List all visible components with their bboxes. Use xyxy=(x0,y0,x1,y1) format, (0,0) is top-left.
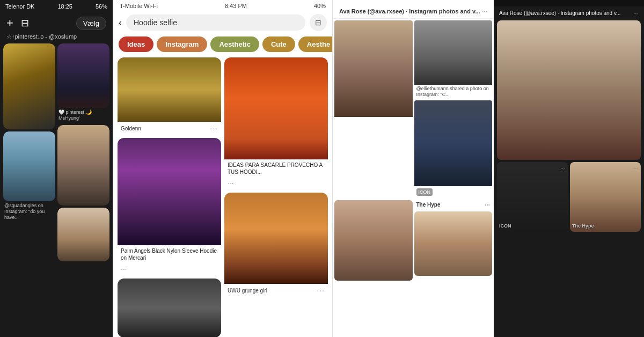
ig-icon-label: ICON xyxy=(416,188,433,196)
ig-account-name: Ava Rose (@ava.rxsee) · Instagram photos… xyxy=(339,8,480,14)
ig-img-dark2 xyxy=(414,100,493,186)
dots-menu-orange[interactable]: ··· xyxy=(228,179,234,187)
chip-aesthetic2[interactable]: Aesthe xyxy=(298,36,332,52)
img-hoodie-small xyxy=(118,279,221,337)
pr-bottom-grid: ··· ICON ··· The Hype xyxy=(494,162,644,232)
card-girl-dark[interactable]: 🤍 pinterest.🌙 MsHyung' xyxy=(57,43,109,123)
col-right: 🤍 pinterest.🌙 MsHyung' xyxy=(57,43,109,261)
ig-img-blonde xyxy=(334,20,413,117)
ig-hype-section: The Hype ··· xyxy=(414,200,493,281)
search-status-bar: T-Mobile Wi-Fi 8:43 PM 40% xyxy=(113,0,332,12)
chips-row: Ideas Instagram Aesthetic Cute Aesthe xyxy=(113,33,332,55)
col-left: @squadangles on Instagram: "do you have.… xyxy=(3,43,55,261)
carrier-1: Telenor DK xyxy=(5,3,34,10)
dots-menu-golden[interactable]: ··· xyxy=(210,124,218,133)
ig-dots-menu[interactable]: ··· xyxy=(482,8,487,15)
pr-card-label-icon: ICON xyxy=(499,220,566,230)
account-name: ☆↑pinterest↓o - @xoslump xyxy=(6,33,77,40)
card-footer-girltop: UWU grunge girl ··· xyxy=(224,284,328,297)
ig-status-bar xyxy=(333,0,494,5)
pr-card-dark[interactable]: ··· ICON xyxy=(497,162,568,232)
pr-header-text: Ava Rose (@ava.rxsee) · Instagram photos… xyxy=(499,10,633,17)
ig-img-hype[interactable] xyxy=(414,211,493,276)
ig-shared-text: @elliethumann shared a photo on Instagra… xyxy=(414,85,493,99)
time-1: 18:25 xyxy=(57,3,72,10)
ig-header: Ava Rose (@ava.rxsee) · Instagram photos… xyxy=(333,5,494,19)
hype-dots[interactable]: ··· xyxy=(485,201,490,209)
search-query-text: Hoodie selfie xyxy=(134,18,177,27)
header-actions: + ⊟ xyxy=(6,16,29,30)
pr-img-smile2: ··· The Hype xyxy=(570,162,641,232)
panel-right-dark: Ava Rose (@ava.rxsee) · Instagram photos… xyxy=(494,0,644,337)
caption-mshy: 🤍 pinterest.🌙 MsHyung' xyxy=(57,108,109,123)
pr-main-img[interactable] xyxy=(497,20,641,160)
search-card-small[interactable] xyxy=(118,279,221,337)
chip-instagram[interactable]: Instagram xyxy=(157,36,207,52)
search-card-orange[interactable]: IDEAS PARA SACARLE PROVECHO A TUS HOODI.… xyxy=(224,57,328,189)
search-results-grid: Goldenn ··· Palm Angels Black Nylon Slee… xyxy=(113,55,332,337)
pr-card-smile2[interactable]: ··· The Hype xyxy=(570,162,641,232)
search-card-purple[interactable]: Palm Angels Black Nylon Sleeve Hoodie on… xyxy=(118,138,221,275)
add-icon[interactable]: + xyxy=(6,16,13,30)
chip-cute[interactable]: Cute xyxy=(262,36,295,52)
panel-pinterest-search: T-Mobile Wi-Fi 8:43 PM 40% ‹ Hoodie self… xyxy=(113,0,333,337)
search-input[interactable]: Hoodie selfie xyxy=(126,14,305,31)
img-girl-blonde xyxy=(57,125,109,206)
img-girl-bottom xyxy=(3,131,55,201)
card-footer-purple: ··· xyxy=(118,262,221,275)
dots-menu-purple[interactable]: ··· xyxy=(121,265,127,273)
the-hype-label: The Hype xyxy=(416,202,441,208)
search-header: ‹ Hoodie selfie ⊟ xyxy=(113,12,332,33)
img-girl-yellow xyxy=(3,43,55,129)
img-purple xyxy=(118,138,221,245)
card-footer-orange: ··· xyxy=(224,177,328,189)
card-girl-bottom[interactable]: @squadangles on Instagram: "do you have.… xyxy=(3,131,55,222)
card-footer-golden: Goldenn ··· xyxy=(118,122,221,135)
dots-menu-girltop[interactable]: ··· xyxy=(317,286,325,295)
card-title-purple: Palm Angels Black Nylon Sleeve Hoodie on… xyxy=(118,245,221,262)
img-girl-cap xyxy=(224,193,328,284)
img-girl-bottom2 xyxy=(57,208,109,261)
battery-2: 40% xyxy=(314,3,326,9)
back-arrow-icon[interactable]: ‹ xyxy=(119,17,122,28)
search-card-golden[interactable]: Goldenn ··· xyxy=(118,57,221,135)
ig-card-gray[interactable]: @elliethumann shared a photo on Instagra… xyxy=(414,20,493,99)
ig-photo-grid: @elliethumann shared a photo on Instagra… xyxy=(333,19,494,199)
search-filter-button[interactable]: ⊟ xyxy=(310,14,327,31)
pr-card-dots-1[interactable]: ··· xyxy=(560,164,566,172)
img-orange xyxy=(224,57,328,159)
card-title-girltop: UWU grunge girl xyxy=(228,288,267,294)
ig-card-blonde[interactable] xyxy=(334,20,413,197)
card-girl-blonde[interactable] xyxy=(57,125,109,206)
panel-pinterest-dark: Telenor DK 18:25 56% + ⊟ Vælg ☆↑pinteres… xyxy=(0,0,113,337)
card-title-orange: IDEAS PARA SACARLE PROVECHO A TUS HOODI.… xyxy=(224,159,328,177)
card-girl-bottom2[interactable] xyxy=(57,208,109,261)
card-girl-yellow[interactable] xyxy=(3,43,55,129)
ig-card-dark2[interactable]: ICON xyxy=(414,100,493,197)
img-girl-dark xyxy=(57,43,109,108)
carrier-2: T-Mobile Wi-Fi xyxy=(120,3,158,9)
pr-img-dark3: ··· ICON xyxy=(497,162,568,232)
pinterest-header: + ⊟ Vælg xyxy=(0,13,113,32)
search-card-girltop[interactable]: UWU grunge girl ··· xyxy=(224,193,328,297)
ig-img-gray xyxy=(414,20,493,85)
chip-ideas[interactable]: Ideas xyxy=(119,36,153,52)
card-title-golden: Goldenn xyxy=(121,126,141,131)
ig-img-smile xyxy=(334,200,413,281)
pr-card-dots-2[interactable]: ··· xyxy=(633,164,639,172)
caption-squad: @squadangles on Instagram: "do you have.… xyxy=(3,201,55,222)
time-2: 8:43 PM xyxy=(225,3,247,9)
pr-dots[interactable]: ··· xyxy=(633,10,639,17)
vaelg-button[interactable]: Vælg xyxy=(76,17,106,30)
pinterest-grid: @squadangles on Instagram: "do you have.… xyxy=(0,43,113,261)
ig-card-smile[interactable] xyxy=(334,200,413,281)
img-golden xyxy=(118,57,221,122)
pr-status-bar xyxy=(494,0,644,6)
filter-icon[interactable]: ⊟ xyxy=(21,17,29,29)
battery-1: 56% xyxy=(96,3,107,10)
pr-card-label-hype: The Hype xyxy=(572,220,639,230)
panel-instagram: Ava Rose (@ava.rxsee) · Instagram photos… xyxy=(333,0,494,337)
account-bar: ☆↑pinterest↓o - @xoslump xyxy=(0,32,113,43)
chip-aesthetic[interactable]: Aesthetic xyxy=(210,36,259,52)
status-bar-1: Telenor DK 18:25 56% xyxy=(0,0,113,13)
